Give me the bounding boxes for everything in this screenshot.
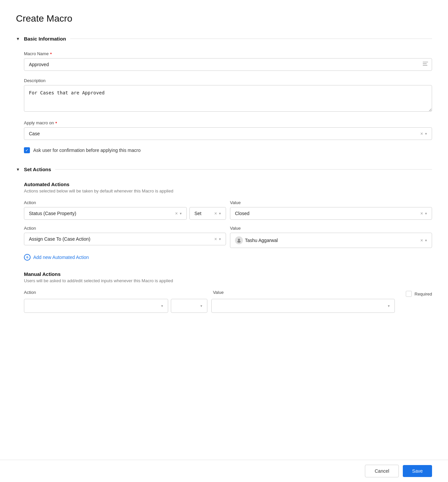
- automated-desc: Actions selected below will be taken by …: [24, 188, 432, 193]
- action1-value-select[interactable]: Closed × ▾: [230, 207, 432, 220]
- svg-rect-1: [423, 63, 427, 64]
- manual-value-select[interactable]: ▾: [211, 299, 395, 313]
- action2-value-label: Value: [230, 226, 432, 231]
- set-actions-section: ▼ Set Actions Automated Actions Actions …: [16, 167, 432, 313]
- action1-value-chevron[interactable]: ▾: [425, 211, 427, 216]
- action1-status-chevron[interactable]: ▾: [180, 211, 182, 216]
- macro-name-required: •: [50, 51, 52, 56]
- action2-action-label: Action: [24, 226, 226, 231]
- apply-macro-select[interactable]: Case × ▾: [24, 127, 432, 140]
- manual-value-label: Value: [213, 290, 398, 295]
- action2-assign-value: Assign Case To (Case Action): [29, 236, 90, 242]
- manual-action-label: Action: [24, 290, 209, 295]
- basic-info-chevron[interactable]: ▼: [16, 37, 20, 41]
- macro-name-icon: [423, 62, 428, 67]
- cancel-button[interactable]: Cancel: [365, 465, 399, 477]
- action2-right: Tashu Aggarwal × ▾: [230, 233, 432, 248]
- action2-assign-select[interactable]: Assign Case To (Case Action) × ▾: [24, 233, 226, 245]
- set-actions-chevron[interactable]: ▼: [16, 167, 20, 172]
- basic-information-section: ▼ Basic Information Macro Name •: [16, 36, 432, 153]
- basic-info-divider: [70, 39, 432, 39]
- add-action-label: Add new Automated Action: [33, 255, 89, 260]
- action1-set-value: Set: [194, 211, 201, 216]
- manual-right: ▾: [211, 299, 395, 313]
- set-actions-divider: [55, 169, 432, 170]
- macro-name-input[interactable]: [24, 58, 432, 71]
- action1-left: Status (Case Property) × ▾: [24, 207, 226, 220]
- required-checkbox[interactable]: [406, 291, 412, 297]
- apply-macro-value: Case: [29, 131, 40, 136]
- action1-main-select: Status (Case Property) × ▾: [24, 207, 187, 220]
- action1-status-select[interactable]: Status (Case Property) × ▾: [24, 207, 187, 220]
- manual-title: Manual Actions: [24, 271, 432, 277]
- svg-point-4: [237, 241, 241, 243]
- action1-set-clear[interactable]: ×: [214, 211, 217, 216]
- svg-rect-2: [423, 65, 427, 66]
- action1-set-chevron[interactable]: ▾: [219, 211, 221, 216]
- checkmark-icon: ✓: [25, 148, 29, 152]
- action2-value-chevron[interactable]: ▾: [425, 238, 427, 243]
- basic-info-title: Basic Information: [24, 36, 66, 42]
- apply-macro-required: •: [55, 120, 57, 125]
- action2-value-select[interactable]: Tashu Aggarwal × ▾: [230, 233, 432, 248]
- action2-value-clear[interactable]: ×: [420, 238, 423, 243]
- apply-macro-field: Apply macro on • Case × ▾: [24, 120, 432, 140]
- macro-name-field: Macro Name •: [24, 51, 432, 71]
- manual-action-row: Action Value Required: [24, 290, 432, 313]
- manual-main-chevron[interactable]: ▾: [161, 304, 163, 308]
- action2-left: Assign Case To (Case Action) × ▾: [24, 233, 226, 245]
- svg-rect-0: [423, 62, 428, 62]
- description-field: Description For Cases that are Approved: [24, 78, 432, 113]
- action1-value: Closed: [235, 211, 250, 216]
- set-actions-title: Set Actions: [24, 167, 51, 172]
- apply-macro-chevron[interactable]: ▾: [425, 132, 427, 136]
- manual-set-chevron[interactable]: ▾: [200, 304, 202, 308]
- footer-bar: Cancel Save: [0, 460, 448, 482]
- description-input[interactable]: For Cases that are Approved: [24, 85, 432, 112]
- manual-actions-block: Manual Actions Users will be asked to ad…: [24, 271, 432, 313]
- action-row-1: Action Value Status (Case Property): [24, 200, 432, 220]
- action1-right: Closed × ▾: [230, 207, 432, 220]
- action2-assign-clear[interactable]: ×: [214, 236, 217, 242]
- page-title: Create Macro: [16, 13, 432, 24]
- manual-action-main-select[interactable]: ▾: [24, 299, 168, 313]
- manual-left: ▾ ▾: [24, 299, 207, 313]
- action1-set-select: Set × ▾: [189, 207, 226, 220]
- add-action-plus-icon: +: [24, 254, 31, 261]
- apply-macro-clear[interactable]: ×: [420, 131, 423, 136]
- manual-value-chevron[interactable]: ▾: [388, 304, 390, 308]
- confirmation-checkbox[interactable]: ✓: [24, 147, 30, 153]
- manual-action-set-select[interactable]: ▾: [171, 299, 207, 313]
- action2-assign-chevron[interactable]: ▾: [219, 237, 221, 241]
- confirmation-checkbox-row[interactable]: ✓ Ask user for confirmation before apply…: [24, 147, 432, 153]
- add-automated-action-button[interactable]: + Add new Automated Action: [24, 254, 89, 261]
- action1-set-dropdown[interactable]: Set × ▾: [189, 207, 226, 220]
- macro-name-label: Macro Name: [24, 51, 49, 56]
- action1-action-label: Action: [24, 200, 226, 205]
- action1-status-value: Status (Case Property): [29, 211, 76, 216]
- confirmation-label: Ask user for confirmation before applyin…: [33, 148, 141, 153]
- action1-status-clear[interactable]: ×: [175, 211, 178, 216]
- action1-value-clear[interactable]: ×: [420, 211, 423, 216]
- automated-title: Automated Actions: [24, 181, 432, 187]
- required-label: Required: [414, 292, 432, 297]
- action-row-2: Action Value Assign Case To (Case Action…: [24, 226, 432, 248]
- svg-point-3: [238, 239, 240, 241]
- apply-macro-label: Apply macro on: [24, 120, 54, 125]
- user-avatar-icon: [235, 236, 243, 244]
- manual-desc: Users will be asked to add/edit selected…: [24, 278, 432, 283]
- action2-main-select: Assign Case To (Case Action) × ▾: [24, 233, 226, 245]
- description-label: Description: [24, 78, 46, 83]
- automated-actions-block: Automated Actions Actions selected below…: [24, 181, 432, 261]
- save-button[interactable]: Save: [403, 465, 432, 477]
- action2-value: Tashu Aggarwal: [245, 238, 278, 243]
- action1-value-label: Value: [230, 200, 432, 205]
